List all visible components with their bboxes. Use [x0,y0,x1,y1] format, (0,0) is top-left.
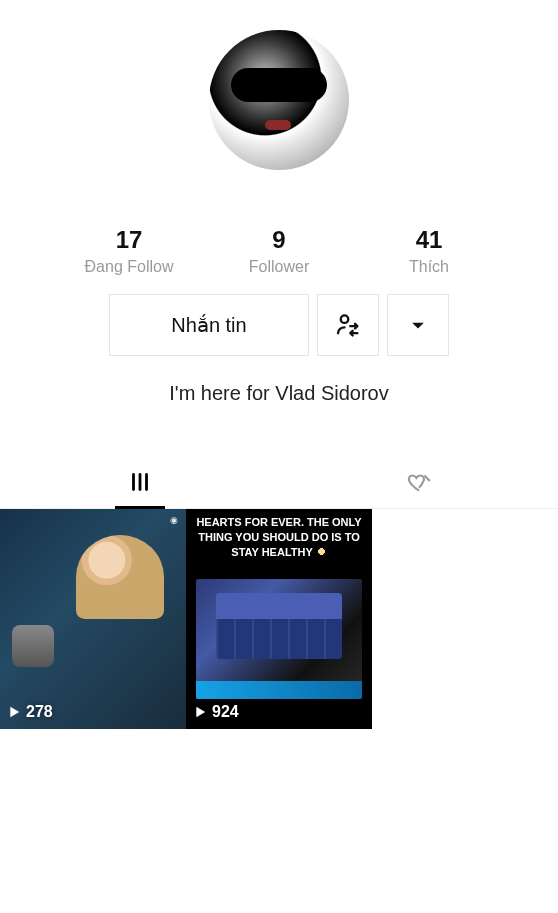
followers-label: Follower [204,258,354,276]
view-count: 278 [6,703,53,721]
tabs [0,455,558,509]
play-icon [192,704,208,720]
follow-back-button[interactable] [317,294,379,356]
tab-liked[interactable] [279,455,558,508]
view-count: 924 [192,703,239,721]
svg-point-0 [341,315,348,322]
avatar[interactable] [209,30,349,170]
stat-followers[interactable]: 9 Follower [204,226,354,276]
likes-label: Thích [354,258,504,276]
svg-line-4 [424,475,429,480]
views-value: 924 [212,703,239,721]
feed-icon [127,469,153,495]
followers-count: 9 [204,226,354,254]
video-thumb[interactable]: ◉ 278 [0,509,186,729]
stats-row: 17 Đang Follow 9 Follower 41 Thích [0,226,558,276]
follow-back-icon [334,311,362,339]
actions-row: Nhắn tin [109,294,449,356]
watermark-icon: ◉ [170,515,178,525]
video-grid: ◉ 278 HEARTS FOR EVER. THE ONLY THING YO… [0,509,558,729]
likes-count: 41 [354,226,504,254]
chevron-down-icon [404,311,432,339]
following-count: 17 [54,226,204,254]
pray-icon [316,547,327,558]
play-icon [6,704,22,720]
video-thumb[interactable]: HEARTS FOR EVER. THE ONLY THING YOU SHOU… [186,509,372,729]
heart-off-icon [406,469,432,495]
message-button[interactable]: Nhắn tin [109,294,309,356]
views-value: 278 [26,703,53,721]
bio: I'm here for Vlad Sidorov [169,382,388,405]
stat-following[interactable]: 17 Đang Follow [54,226,204,276]
tab-feed[interactable] [0,455,279,508]
stat-likes[interactable]: 41 Thích [354,226,504,276]
video-caption: HEARTS FOR EVER. THE ONLY THING YOU SHOU… [186,515,372,560]
following-label: Đang Follow [54,258,204,276]
more-actions-button[interactable] [387,294,449,356]
